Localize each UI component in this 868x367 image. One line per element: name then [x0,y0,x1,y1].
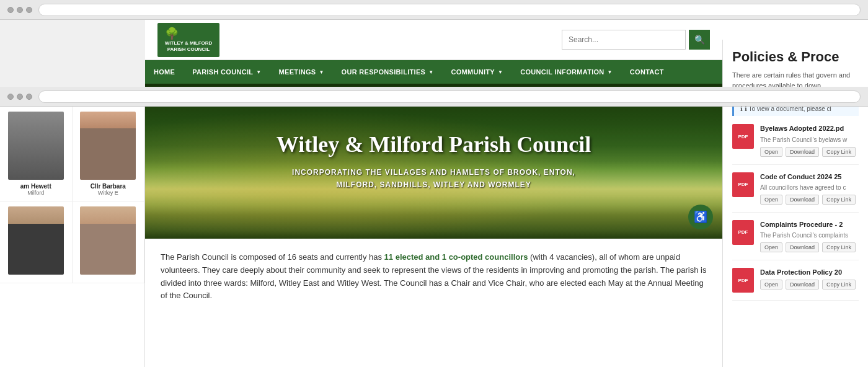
logo-tree-icon: 🌳 [165,27,213,40]
doc-actions-4: Open Download Copy Link [760,280,859,290]
browser-dot-6[interactable] [26,94,32,100]
hero-subtitle: INCORPORATING THE VILLAGES AND HAMLETS O… [292,167,575,190]
doc-open-4[interactable]: Open [760,280,782,290]
doc-title-3: Complaints Procedure - 2 [760,220,859,229]
doc-open-3[interactable]: Open [760,242,782,252]
doc-actions-2: Open Download Copy Link [760,195,859,205]
councillors-sidebar: am Hewett Milford Cllr Barbara Witley E [0,107,145,367]
doc-open-2[interactable]: Open [760,195,782,205]
person-card-1[interactable]: am Hewett Milford [0,107,73,201]
person-ward-1: Milford [3,190,69,196]
hero-overlay [145,84,722,239]
documents-list: PDF Byelaws Adopted 2022.pd The Parish C… [723,121,868,311]
policies-title: Policies & Proce [732,49,859,65]
doc-title-4: Data Protection Policy 20 [760,268,859,276]
browser-dots [7,7,32,13]
document-item-1: PDF Byelaws Adopted 2022.pd The Parish C… [732,124,859,164]
person-name-1: am Hewett [3,183,69,190]
nav-meetings-arrow: ▼ [319,69,324,75]
accessibility-button[interactable]: ♿ [688,205,713,229]
site-header: 🌳 WITLEY & MILFORD PARISH COUNCIL 🔍 [145,20,722,60]
doc-download-4[interactable]: Download [786,280,819,290]
person-photo-1 [8,112,64,180]
search-button[interactable]: 🔍 [689,30,710,50]
nav-community[interactable]: COMMUNITY ▼ [442,60,512,84]
pdf-icon-3: PDF [732,220,754,245]
browser-dots-2 [7,94,32,100]
nav-parish-arrow: ▼ [256,69,261,75]
browser-dot-1[interactable] [7,7,14,13]
nav-parish-council[interactable]: PARISH COUNCIL ▼ [184,60,270,84]
nav-council-info[interactable]: COUNCIL INFORMATION ▼ [512,60,621,84]
browser-dot-5[interactable] [17,94,23,100]
website-main: 🌳 WITLEY & MILFORD PARISH COUNCIL 🔍 HOME [145,20,722,367]
doc-actions-1: Open Download Copy Link [760,147,859,157]
nav-resp-arrow: ▼ [428,69,433,75]
nav-info-arrow: ▼ [608,69,613,75]
browser-dot-4[interactable] [7,94,14,100]
address-bar[interactable] [38,4,861,16]
doc-copylink-2[interactable]: Copy Link [822,195,856,205]
doc-download-2[interactable]: Download [786,195,819,205]
document-item-3: PDF Complaints Procedure - 2 The Parish … [732,220,859,260]
nav-community-arrow: ▼ [498,69,503,75]
document-item-2: PDF Code of Conduct 2024 25 All councill… [732,172,859,213]
doc-info-1: Byelaws Adopted 2022.pd The Parish Counc… [760,124,859,156]
doc-title-1: Byelaws Adopted 2022.pd [760,124,859,133]
pdf-icon-2: PDF [732,172,754,197]
doc-info-2: Code of Conduct 2024 25 All councillors … [760,172,859,205]
doc-desc-2: All councillors have agreed to c [760,184,859,192]
doc-copylink-4[interactable]: Copy Link [822,280,856,290]
person-card-3[interactable] [0,201,73,283]
person-ward-2: Witley E [76,190,141,196]
doc-title-2: Code of Conduct 2024 25 [760,172,859,181]
councillors-link[interactable]: 11 elected and 1 co-opted councillors [384,252,528,262]
document-item-4: PDF Data Protection Policy 20 Open Downl… [732,268,859,301]
nav-home[interactable]: HOME [145,60,184,84]
address-bar-2[interactable] [38,91,861,103]
doc-copylink-3[interactable]: Copy Link [822,242,856,252]
main-text-content: The Parish Council is composed of 16 sea… [145,239,722,321]
hero-title: Witley & Milford Parish Council [277,131,591,157]
logo-area: 🌳 WITLEY & MILFORD PARISH COUNCIL [157,23,219,57]
logo-text: WITLEY & MILFORD PARISH COUNCIL [165,40,213,53]
doc-open-1[interactable]: Open [760,147,782,157]
people-grid: am Hewett Milford Cllr Barbara Witley E [0,107,144,283]
person-photo-3 [8,206,64,275]
logo-box[interactable]: 🌳 WITLEY & MILFORD PARISH COUNCIL [157,23,219,57]
website-container: 🌳 WITLEY & MILFORD PARISH COUNCIL 🔍 HOME [145,20,868,367]
pdf-icon-1: PDF [732,124,754,149]
browser-dot-2[interactable] [17,7,23,13]
doc-info-3: Complaints Procedure - 2 The Parish Coun… [760,220,859,252]
doc-actions-3: Open Download Copy Link [760,242,859,252]
nav-responsibilities[interactable]: OUR RESPONSIBILITIES ▼ [333,60,443,84]
browser-chrome-bottom [0,87,868,107]
doc-download-1[interactable]: Download [786,147,819,157]
pdf-icon-4: PDF [732,268,754,293]
doc-desc-1: The Parish Council's byelaws w [760,136,859,144]
person-name-2: Cllr Barbara [76,183,141,190]
person-card-2[interactable]: Cllr Barbara Witley E [73,107,145,201]
intro-paragraph: The Parish Council is composed of 16 sea… [161,251,707,303]
browser-dot-3[interactable] [26,7,32,13]
info-icon: ℹ [740,105,743,112]
search-input[interactable] [562,30,686,50]
person-photo-4 [80,206,136,275]
person-photo-2 [80,112,136,180]
navigation-bar: HOME PARISH COUNCIL ▼ MEETINGS ▼ OUR RES… [145,60,722,84]
nav-contact[interactable]: CONTACT [621,60,673,84]
browser-chrome-top [0,0,868,20]
doc-info-4: Data Protection Policy 20 Open Download … [760,268,859,289]
nav-meetings[interactable]: MEETINGS ▼ [270,60,333,84]
person-card-4[interactable] [73,201,145,283]
hero-section: Witley & Milford Parish Council INCORPOR… [145,84,722,239]
search-area: 🔍 [562,30,710,50]
doc-desc-3: The Parish Council's complaints [760,231,859,239]
doc-copylink-1[interactable]: Copy Link [822,147,856,157]
doc-download-3[interactable]: Download [786,242,819,252]
